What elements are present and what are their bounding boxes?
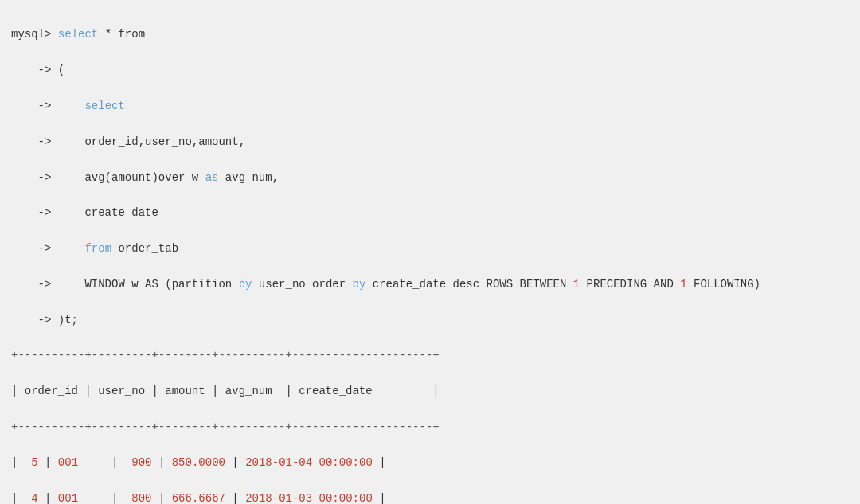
separator-header: +----------+---------+--------+---------… (11, 418, 849, 436)
query-line-4: -> order_id,user_no,amount, (11, 133, 849, 150)
terminal-window: mysql> select * from -> ( -> select -> o… (11, 8, 849, 504)
separator-top: +----------+---------+--------+---------… (11, 346, 849, 364)
query-line-7: -> from order_tab (11, 240, 849, 257)
query-line-2: -> ( (11, 61, 849, 79)
query-line-6: -> create_date (11, 204, 849, 221)
query-line-8: -> WINDOW w AS (partition by user_no ord… (11, 275, 849, 293)
query-line-9: -> )t; (11, 311, 849, 329)
query-line-5: -> avg(amount)over w as avg_num, (11, 169, 849, 186)
query-line-1: mysql> select * from (11, 25, 849, 43)
table-row: | 5 | 001 | 900 | 850.0000 | 2018-01-04 … (11, 454, 849, 471)
table-header: | order_id | user_no | amount | avg_num … (11, 382, 849, 400)
table-row: | 4 | 001 | 800 | 666.6667 | 2018-01-03 … (11, 490, 849, 504)
query-line-3: -> select (11, 97, 849, 115)
